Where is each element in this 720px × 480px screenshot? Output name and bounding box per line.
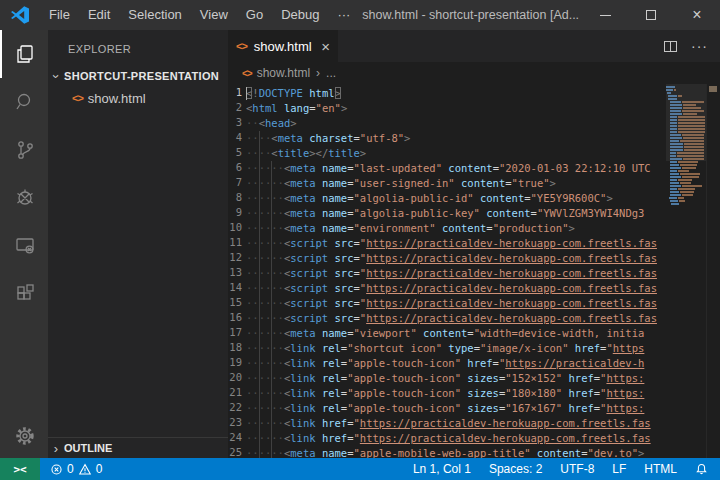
breadcrumb-segment[interactable]: ... (326, 66, 336, 80)
folder-section-header[interactable]: › SHORTCUT-PRESENTATION (48, 65, 228, 87)
problems-warnings[interactable]: 0 (78, 462, 103, 476)
line-number: 5 (228, 146, 246, 161)
code-line-2: <html lang="en"> (246, 101, 666, 116)
code-line-10: ······<meta name="environment" content="… (246, 221, 666, 236)
code-line-14: ······<script src="https://practicaldev-… (246, 281, 666, 296)
cursor-position[interactable]: Ln 1, Col 1 (413, 462, 471, 476)
close-button[interactable]: × (674, 0, 720, 30)
menu-[interactable]: ··· (328, 0, 359, 30)
menu-selection[interactable]: Selection (119, 0, 190, 30)
breadcrumb: <> show.html › ... (228, 62, 720, 84)
tab-close-icon[interactable]: × (321, 39, 330, 54)
minimap-row (670, 185, 706, 187)
minimap-slider[interactable] (666, 84, 706, 161)
tab-bar: <> show.html × ··· (228, 30, 720, 62)
code-line-23: ······<link href="https://practicaldev-h… (246, 416, 666, 431)
file-item-show-html[interactable]: <> show.html (48, 87, 228, 109)
code-line-1: <!DOCTYPE html> (246, 86, 666, 101)
editor-code-area[interactable]: <!DOCTYPE html><html lang="en">··<head>·… (246, 84, 666, 458)
html-file-icon: <> (72, 92, 83, 104)
line-number: 17 (228, 326, 246, 341)
debug-icon (13, 186, 37, 210)
activitybar-extensions[interactable] (0, 270, 48, 318)
indent-guide (271, 161, 272, 458)
code-line-13: ······<script src="https://practicaldev-… (246, 266, 666, 281)
line-number: 10 (228, 221, 246, 236)
line-number: 3 (228, 116, 246, 131)
activitybar-spacer (0, 318, 48, 414)
window-title: show.html - shortcut-presentation [Ad... (359, 8, 582, 22)
more-actions-icon[interactable]: ··· (691, 38, 708, 54)
eol-setting[interactable]: LF (612, 462, 626, 476)
activitybar-source-control[interactable] (0, 126, 48, 174)
minimap-row (670, 200, 706, 202)
line-number: 19 (228, 356, 246, 371)
menu-file[interactable]: File (40, 0, 79, 30)
menu-view[interactable]: View (191, 0, 237, 30)
problems-errors[interactable]: 0 (50, 462, 74, 476)
minimap[interactable] (666, 84, 706, 458)
line-number: 8 (228, 191, 246, 206)
breadcrumb-separator-icon: › (316, 66, 320, 80)
error-icon (50, 463, 63, 476)
bell-icon[interactable] (695, 462, 708, 476)
chevron-down-icon: › (49, 68, 64, 84)
activitybar-remote-explorer[interactable] (0, 222, 48, 270)
minimap-row (670, 161, 706, 163)
line-number: 4 (228, 131, 246, 146)
minimap-row (669, 197, 706, 199)
remote-indicator[interactable]: >< (0, 458, 40, 480)
menu-go[interactable]: Go (237, 0, 272, 30)
file-name: show.html (88, 91, 146, 106)
menu-edit[interactable]: Edit (79, 0, 119, 30)
code-editor[interactable]: 1234567891011121314151617181920212223242… (228, 84, 720, 458)
minimap-row (670, 194, 706, 196)
menu-debug[interactable]: Debug (272, 0, 328, 30)
code-line-20: ······<link rel="apple-touch-icon" sizes… (246, 371, 666, 386)
code-line-15: ······<script src="https://practicaldev-… (246, 296, 666, 311)
line-number: 9 (228, 206, 246, 221)
line-number: 7 (228, 176, 246, 191)
code-line-8: ······<meta name="algolia-public-id" con… (246, 191, 666, 206)
minimap-row (670, 191, 706, 193)
line-number: 12 (228, 251, 246, 266)
maximize-button[interactable] (628, 0, 674, 30)
line-number: 16 (228, 311, 246, 326)
code-line-18: ······<link rel="shortcut icon" type="im… (246, 341, 666, 356)
split-editor-icon[interactable] (664, 41, 677, 52)
line-number: 14 (228, 281, 246, 296)
activitybar-explorer[interactable] (0, 30, 48, 78)
editor-gutter[interactable]: 1234567891011121314151617181920212223242… (228, 84, 246, 458)
line-number: 25 (228, 446, 246, 461)
line-number: 20 (228, 371, 246, 386)
overview-ruler[interactable] (706, 84, 720, 458)
search-icon (13, 90, 37, 114)
minimap-row (670, 170, 706, 172)
minimize-button[interactable] (582, 0, 628, 30)
line-number: 6 (228, 161, 246, 176)
line-number: 21 (228, 386, 246, 401)
close-icon: × (692, 7, 701, 23)
minimap-row (670, 182, 706, 184)
editor-actions: ··· (664, 30, 720, 62)
code-line-5: ····<title></title> (246, 146, 666, 161)
language-mode[interactable]: HTML (644, 462, 677, 476)
line-number: 15 (228, 296, 246, 311)
activitybar-search[interactable] (0, 78, 48, 126)
source-control-icon (13, 138, 37, 162)
code-line-17: ······<meta name="viewport" content="wid… (246, 326, 666, 341)
breadcrumb-file[interactable]: show.html (257, 66, 310, 80)
tab-show-html[interactable]: <> show.html × (228, 30, 338, 62)
titlebar: FileEditSelectionViewGoDebug··· show.htm… (0, 0, 720, 30)
indentation-setting[interactable]: Spaces: 2 (489, 462, 542, 476)
code-line-9: ······<meta name="algolia-public-key" co… (246, 206, 666, 221)
code-line-16: ······<script src="https://practicaldev-… (246, 311, 666, 326)
minimap-row (670, 167, 706, 169)
outline-section-header[interactable]: › OUTLINE (48, 437, 228, 458)
encoding-setting[interactable]: UTF-8 (560, 462, 594, 476)
error-count: 0 (67, 462, 74, 476)
indent-guide (259, 131, 260, 458)
line-number: 18 (228, 341, 246, 356)
activitybar-debug[interactable] (0, 174, 48, 222)
activitybar-settings[interactable] (0, 414, 48, 458)
